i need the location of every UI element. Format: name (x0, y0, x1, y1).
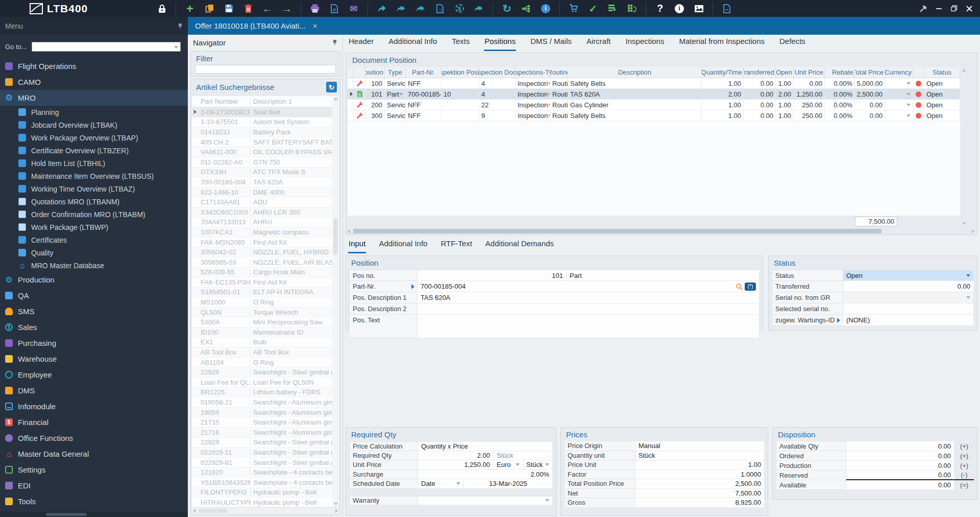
price-field[interactable]: 1.00 (635, 460, 765, 470)
about-icon[interactable]: i (673, 3, 686, 15)
disposition-field[interactable]: 0.00 (846, 480, 954, 490)
sidebar-item[interactable]: Maintenance Item Overview (LTBSUS) (0, 170, 188, 182)
column-header[interactable]: Type (385, 67, 406, 78)
sidebar-item[interactable]: CAMO (0, 74, 188, 90)
result-row[interactable]: 22929 Searchlight - Steel gimbal arm (192, 367, 339, 378)
result-row[interactable]: 19059 Searchlight - Aluminum gimba (192, 408, 339, 418)
result-row[interactable]: 3056565-03 NOZZLE, FUEL, AIR BLAST (192, 257, 339, 268)
result-row[interactable]: 0141823J Battery Pack (192, 127, 339, 137)
sidebar-item[interactable]: EDI (0, 478, 188, 494)
results-vertical-scrollbar[interactable] (332, 96, 339, 507)
result-row[interactable]: X342C60C1003 AHRU LCR 350 (192, 207, 339, 218)
result-row[interactable]: 3056042-02 NOZZLE, FUEL, HYBRID (192, 247, 339, 257)
sidebar-item[interactable]: Master Data General (0, 446, 188, 462)
status-select[interactable]: Open (843, 270, 974, 281)
column-header[interactable]: Currency (885, 67, 913, 78)
result-row[interactable]: 121620 Swashplate - 4 contacts beari (192, 467, 339, 478)
report-icon[interactable] (720, 3, 733, 15)
print-icon[interactable] (308, 3, 322, 15)
email-icon[interactable]: ✉ (347, 3, 360, 15)
forward-arrow-icon[interactable]: → (280, 3, 293, 15)
section-tab[interactable]: DMS / Mails (530, 34, 572, 51)
result-row[interactable]: S1854501-01 ELT AP-H INTEGRA (192, 288, 339, 298)
section-tab[interactable]: Aircraft (586, 34, 611, 51)
detail-tab[interactable]: Additional Info (378, 236, 428, 253)
pin-icon[interactable] (332, 39, 337, 45)
forward-double2-icon[interactable] (414, 3, 427, 15)
distribute-icon[interactable] (520, 3, 533, 15)
sidebar-item[interactable]: Purchasing (0, 335, 188, 351)
close-icon[interactable] (962, 3, 977, 15)
column-header-description[interactable]: Description 1 (251, 98, 339, 105)
sidebar-item[interactable]: Hold Item List (LTBHIL) (0, 157, 188, 170)
result-row[interactable]: 409 CH 2 SAFT BATTERYSAFT BATTERYSA (192, 137, 339, 148)
result-row[interactable]: VA8611-000 OIL COOLER BYPASS VALVE (192, 147, 339, 157)
save-icon[interactable] (222, 3, 235, 15)
minimize-icon[interactable] (931, 3, 946, 15)
column-header[interactable]: Inspections-Typ (516, 67, 550, 78)
description2-field[interactable] (418, 303, 760, 315)
price-field[interactable]: 1.0000 (635, 470, 765, 480)
result-row[interactable]: Loan Fee for QL... Loan Fee for QL50N (192, 378, 339, 388)
pin-icon[interactable] (916, 3, 931, 15)
results-horizontal-scrollbar[interactable] (192, 508, 339, 514)
section-tab[interactable]: Additional Info (388, 34, 437, 51)
sidebar-item[interactable]: Jobcard Overview (LTBAK) (0, 119, 188, 131)
scheduled-date-field[interactable]: 13-Mar-2025 (464, 479, 553, 489)
result-row[interactable]: EX1 Bulb (192, 338, 339, 348)
disposition-field[interactable]: 0.00 (846, 461, 954, 471)
part-nr-field[interactable]: 700-00185-004 (*) (418, 281, 760, 292)
sidebar-item[interactable]: Work Package (LTBWP) (0, 221, 188, 233)
disposition-field[interactable]: 0.00 (846, 451, 954, 461)
copy-icon[interactable] (203, 3, 216, 15)
sidebar-item[interactable]: Employee (0, 367, 188, 383)
table-horizontal-scrollbar[interactable] (347, 228, 976, 234)
warranty-select[interactable] (418, 496, 553, 506)
unit-price-field[interactable]: 1,250.00 (418, 460, 494, 470)
column-header[interactable]: Rebate (825, 67, 855, 78)
sidebar-item[interactable]: Settings (0, 462, 188, 478)
position-row[interactable]: 200 Service NFF 22 Inspection Routine Ga… (348, 100, 960, 110)
result-row[interactable]: 700-00185-004 TAS 620A (192, 177, 339, 187)
result-row[interactable]: 1-10-675501 Autom belt System (192, 118, 339, 128)
currency-select[interactable]: Euro (494, 460, 523, 470)
detail-tab[interactable]: RTF-Text (440, 236, 472, 253)
price-field[interactable]: 8,925.00 (635, 498, 765, 508)
position-row[interactable]: 300 Service NFF 9 Inspection Routine Saf… (348, 110, 960, 121)
column-header[interactable] (913, 67, 924, 78)
result-row[interactable]: 528-028-55 Cargo Hook Main (192, 268, 339, 278)
column-header[interactable]: Part-Nr. (406, 67, 442, 78)
sidebar-item[interactable]: Quotations MRO (LTBANM) (0, 195, 188, 208)
required-qty-field[interactable]: 2.00 (418, 451, 494, 461)
result-row[interactable]: 022929-81 Searchlight - Steel gimbal arm (192, 458, 339, 468)
currency-circle-icon[interactable]: $ (453, 3, 466, 15)
table-vertical-scrollbar[interactable] (961, 67, 968, 227)
result-row[interactable]: 22929 Searchlight - Steel gimbal arm (192, 438, 339, 448)
result-row[interactable]: 5300A Mini Reciprocating Saw (192, 317, 339, 327)
price-field[interactable]: 2,500.00 (635, 479, 765, 489)
result-row[interactable]: BR1225 Lithium battery - FDRS (192, 388, 339, 398)
sidebar-item[interactable]: MRO Master Database (0, 259, 188, 272)
price-calculation-field[interactable]: Quantity x Price (418, 441, 553, 451)
column-header[interactable]: Unit Price (794, 67, 825, 78)
section-tab[interactable]: Positions (484, 34, 516, 51)
tab-close-icon[interactable]: × (313, 21, 317, 30)
position-row[interactable]: 101 Part 700-00185-004 10 4 Inspection R… (348, 89, 960, 100)
approve-check-icon[interactable]: ✓ (586, 3, 600, 15)
section-tab[interactable]: Defects (779, 34, 806, 51)
result-row[interactable]: Y51BB10843S2M... Swashplate - 4 contacts… (192, 478, 339, 488)
result-row[interactable]: C17133AA01 ADU (192, 197, 339, 207)
wartungs-id-field[interactable]: (NONE) (843, 315, 974, 326)
print-preview-icon[interactable] (328, 3, 341, 15)
price-field[interactable]: Stück (635, 451, 765, 461)
forward-double3-icon[interactable] (472, 3, 485, 15)
sidebar-item[interactable]: Sales (0, 319, 188, 335)
sidebar-item[interactable]: Production (0, 272, 188, 288)
sidebar-item[interactable]: Quality (0, 246, 188, 259)
sidebar-item[interactable]: Infomodule (0, 398, 188, 414)
date-mode-select[interactable]: Date (418, 479, 464, 489)
price-field[interactable]: Manual (635, 441, 765, 451)
description1-field[interactable]: TAS 620A (418, 292, 760, 303)
column-header[interactable]: Status (924, 67, 960, 78)
result-row[interactable]: AB1104 O Ring (192, 358, 339, 368)
